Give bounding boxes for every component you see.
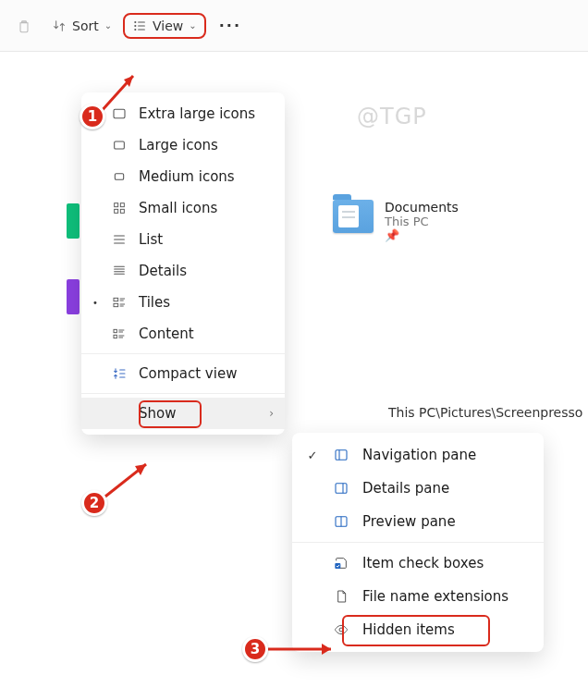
view-menu: Extra large icons Large icons Medium ico… (81, 92, 285, 435)
svg-rect-9 (120, 209, 124, 213)
callout-1: 1 (80, 104, 105, 129)
view-icon (132, 18, 147, 33)
arrow-icon (266, 640, 342, 658)
svg-rect-4 (115, 141, 125, 149)
submenu-item-file-extensions[interactable]: File name extensions (292, 580, 544, 613)
callout-3: 3 (242, 636, 268, 662)
menu-divider (81, 393, 285, 394)
svg-rect-13 (114, 335, 116, 338)
folder-title: Documents (385, 200, 459, 215)
pin-icon: 📌 (385, 228, 459, 242)
menu-item-small-icons[interactable]: Small icons (81, 192, 285, 224)
menu-label: Details (139, 263, 187, 279)
svg-rect-10 (114, 298, 118, 301)
chevron-down-icon: ⌄ (104, 20, 112, 31)
sort-label: Sort (72, 18, 99, 33)
svg-rect-8 (115, 209, 118, 213)
svg-marker-20 (135, 464, 146, 475)
compact-view-icon (111, 366, 128, 381)
show-submenu: ✓ Navigation pane Details pane Preview p… (292, 433, 544, 652)
medium-icons-icon (111, 169, 128, 184)
submenu-label: Details pane (362, 480, 449, 497)
highlight-box (342, 615, 490, 646)
view-label: View (153, 18, 183, 33)
menu-item-compact-view[interactable]: Compact view (81, 358, 285, 389)
svg-point-1 (134, 24, 136, 26)
small-icons-icon (111, 201, 128, 215)
tiles-icon (111, 295, 128, 310)
svg-marker-21 (322, 644, 331, 655)
submenu-item-preview-pane[interactable]: Preview pane (292, 505, 544, 538)
menu-label: Content (139, 325, 194, 342)
submenu-item-check-boxes[interactable]: Item check boxes (292, 546, 544, 580)
documents-folder-icon (333, 200, 374, 233)
sort-button[interactable]: Sort ⌄ (43, 13, 121, 39)
svg-point-0 (134, 20, 136, 22)
folder-subtitle: This PC (385, 215, 459, 228)
toolbar: Sort ⌄ View ⌄ ··· (0, 0, 588, 52)
view-button[interactable]: View ⌄ (123, 13, 206, 39)
folder-item-documents[interactable]: Documents This PC 📌 (333, 200, 459, 242)
submenu-label: Navigation pane (362, 447, 476, 463)
menu-item-content[interactable]: Content (81, 318, 285, 350)
watermark-text: @TGP (357, 104, 427, 129)
callout-badge: 2 (81, 490, 107, 516)
details-icon (111, 264, 128, 278)
svg-rect-17 (335, 563, 340, 569)
sidebar-item-fragment[interactable] (67, 279, 80, 314)
highlight-box (139, 400, 202, 428)
navigation-pane-icon (333, 448, 349, 462)
svg-rect-11 (114, 303, 118, 306)
chevron-right-icon: › (269, 407, 274, 420)
sort-icon (52, 18, 67, 33)
svg-rect-14 (336, 450, 347, 461)
submenu-label: File name extensions (362, 588, 508, 605)
menu-label: Small icons (139, 200, 217, 216)
callout-badge: 3 (242, 636, 268, 662)
svg-point-2 (134, 28, 136, 30)
menu-label: Extra large icons (139, 105, 255, 122)
content-icon (111, 326, 128, 341)
menu-label: Large icons (139, 137, 218, 154)
svg-rect-5 (115, 174, 123, 180)
svg-rect-6 (115, 203, 118, 207)
more-button[interactable]: ··· (208, 17, 252, 34)
menu-divider (292, 542, 544, 543)
bullet-selected-icon: • (91, 298, 100, 308)
submenu-label: Preview pane (362, 513, 456, 530)
sidebar-item-fragment[interactable] (67, 203, 80, 239)
menu-item-tiles[interactable]: • Tiles (81, 287, 285, 318)
delete-icon[interactable] (7, 9, 41, 43)
svg-rect-15 (336, 484, 347, 494)
callout-2: 2 (81, 490, 107, 516)
menu-item-medium-icons[interactable]: Medium icons (81, 161, 285, 192)
submenu-label: Item check boxes (362, 555, 484, 571)
menu-item-show[interactable]: Show › (81, 398, 285, 429)
callout-badge: 1 (80, 104, 105, 129)
menu-item-list[interactable]: List (81, 224, 285, 255)
details-pane-icon (333, 481, 349, 496)
menu-label: Compact view (139, 365, 237, 382)
breadcrumb: This PC\Pictures\Screenpresso (388, 405, 582, 420)
menu-label: Medium icons (139, 168, 235, 185)
preview-pane-icon (333, 514, 349, 529)
submenu-item-navigation-pane[interactable]: ✓ Navigation pane (292, 438, 544, 472)
submenu-item-details-pane[interactable]: Details pane (292, 472, 544, 505)
svg-rect-12 (114, 329, 116, 332)
chevron-down-icon: ⌄ (189, 20, 196, 31)
item-check-boxes-icon (333, 556, 349, 571)
list-icon (111, 232, 128, 247)
menu-item-large-icons[interactable]: Large icons (81, 129, 285, 161)
menu-label: Tiles (139, 294, 170, 311)
file-extensions-icon (333, 589, 349, 604)
checkmark-icon: ✓ (305, 448, 320, 462)
menu-label: List (139, 231, 163, 248)
large-icons-icon (111, 138, 128, 153)
svg-rect-7 (120, 203, 124, 207)
menu-item-details[interactable]: Details (81, 255, 285, 287)
menu-divider (81, 353, 285, 354)
